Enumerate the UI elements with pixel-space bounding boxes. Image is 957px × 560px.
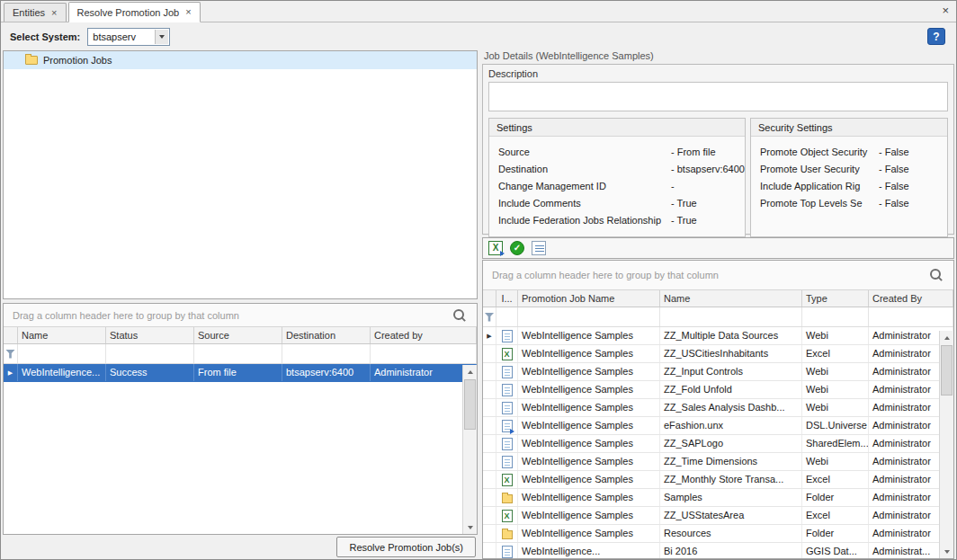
table-row[interactable]: WebIntelligence Samples Samples Folder A… [483,489,953,507]
cell-promotion-job-name[interactable]: WebIntelligence Samples [518,435,660,452]
cell-source[interactable]: From file [194,364,282,381]
tab-close-icon[interactable]: × [51,8,57,18]
cell-name[interactable]: Resources [660,525,802,542]
tab-entities[interactable]: Entities × [4,3,67,22]
header-type[interactable]: Type [802,290,869,307]
vertical-scrollbar[interactable] [939,331,953,558]
cell-name[interactable]: ZZ_USCitiesInhabitants [660,345,802,362]
export-to-excel-icon[interactable] [488,241,503,255]
header-icon[interactable]: I... [496,290,518,307]
table-row[interactable]: WebIntelligence Samples ZZ_Fold Unfold W… [483,381,953,399]
table-row[interactable]: WebIntelligence... Success From file bts… [4,364,477,382]
cell-name[interactable]: ZZ_Monthly Store Transa... [660,471,802,488]
scroll-thumb[interactable] [464,379,476,430]
table-row[interactable]: WebIntelligence Samples ZZ_Multiple Data… [483,327,953,345]
search-icon[interactable] [930,269,943,281]
cell-created-by[interactable]: Administrator [371,364,477,381]
scroll-thumb[interactable] [941,345,953,396]
vertical-scrollbar[interactable] [462,365,477,534]
table-row[interactable]: WebIntelligence Samples Resources Folder… [483,525,953,543]
cell-destination[interactable]: btsapserv:6400 [282,364,371,381]
resolve-promotion-job-button[interactable]: Resolve Promotion Job(s) [336,537,476,557]
cell-type[interactable]: Webi [802,399,869,416]
cell-type[interactable]: Webi [802,363,869,380]
details-list-icon[interactable] [532,241,546,255]
cell-type[interactable]: Folder [802,489,869,506]
header-created-by[interactable]: Created By [869,290,953,307]
cell-promotion-job-name[interactable]: WebIntelligence Samples [518,399,660,416]
filter-source[interactable] [194,344,282,363]
filter-destination[interactable] [282,344,371,363]
header-promotion-job-name[interactable]: Promotion Job Name [518,290,660,307]
cell-promotion-job-name[interactable]: WebIntelligence Samples [518,471,660,488]
cell-name[interactable]: eFashion.unx [660,417,802,434]
cell-type[interactable]: Webi [802,381,869,398]
cell-promotion-job-name[interactable]: WebIntelligence Samples [518,453,660,470]
cell-type[interactable]: Excel [802,345,869,362]
system-select[interactable]: btsapserv [87,28,170,46]
cell-name[interactable]: ZZ_Fold Unfold [660,381,802,398]
table-row[interactable]: WebIntelligence Samples ZZ_Monthly Store… [483,471,953,489]
tab-resolve-promotion-job[interactable]: Resolve Promotion Job × [68,2,201,22]
cell-promotion-job-name[interactable]: WebIntelligence... [518,543,660,559]
cell-status[interactable]: Success [106,364,194,381]
cell-type[interactable]: Folder [802,525,869,542]
table-row[interactable]: WebIntelligence Samples ZZ_Sales Analysi… [483,399,953,417]
cell-type[interactable]: Excel [802,507,869,524]
cell-promotion-job-name[interactable]: WebIntelligence Samples [518,525,660,542]
cell-promotion-job-name[interactable]: WebIntelligence Samples [518,345,660,362]
table-row[interactable]: WebIntelligence Samples ZZ_USCitiesInhab… [483,345,953,363]
cell-promotion-job-name[interactable]: WebIntelligence Samples [518,417,660,434]
cell-type[interactable]: SharedElem... [802,435,869,452]
jobs-grid-group-bar[interactable]: Drag a column header here to group by th… [4,304,477,327]
cell-promotion-job-name[interactable]: WebIntelligence Samples [518,489,660,506]
header-name[interactable]: Name [660,290,802,307]
scroll-up-icon[interactable] [463,365,477,378]
cell-type[interactable]: Webi [802,453,869,470]
filter-created-by[interactable] [371,344,477,363]
filter-promotion-job-name[interactable] [518,307,660,326]
filter-status[interactable] [106,344,194,363]
scroll-down-icon[interactable] [940,545,953,558]
help-button[interactable]: ? [927,28,945,45]
header-source[interactable]: Source [194,327,282,343]
search-icon[interactable] [453,309,466,322]
cell-name[interactable]: ZZ_Multiple Data Sources [660,327,802,344]
cell-type[interactable]: Excel [802,471,869,488]
cell-type[interactable]: GGIS Dat... [802,543,869,559]
table-row[interactable]: WebIntelligence Samples ZZ_USStatesArea … [483,507,953,525]
cell-promotion-job-name[interactable]: WebIntelligence Samples [518,327,660,344]
cell-promotion-job-name[interactable]: WebIntelligence Samples [518,507,660,524]
cell-name[interactable]: ZZ_Sales Analysis Dashb... [660,399,802,416]
header-destination[interactable]: Destination [282,327,371,343]
cell-name[interactable]: ZZ_Input Controls [660,363,802,380]
filter-name[interactable] [18,344,106,363]
cell-name[interactable]: Bi 2016 [660,543,802,559]
cell-type[interactable]: DSL.Universe [802,417,869,434]
filter-funnel-icon[interactable] [485,313,495,322]
table-row[interactable]: WebIntelligence Samples ZZ_Input Control… [483,363,953,381]
header-name[interactable]: Name [18,327,106,343]
window-close-icon[interactable]: × [942,4,949,17]
cell-name[interactable]: WebIntelligence... [18,364,106,381]
validate-check-icon[interactable] [510,241,524,255]
dropdown-button[interactable] [155,30,168,44]
header-created-by[interactable]: Created by [371,327,477,343]
tab-close-icon[interactable]: × [185,7,191,17]
filter-name[interactable] [660,307,802,326]
filter-funnel-icon[interactable] [5,350,15,359]
cell-type[interactable]: Webi [802,327,869,344]
filter-created-by[interactable] [869,307,953,326]
tree-item-promotion-jobs[interactable]: Promotion Jobs [4,51,477,69]
header-status[interactable]: Status [106,327,194,343]
cell-name[interactable]: ZZ_USStatesArea [660,507,802,524]
table-row[interactable]: WebIntelligence Samples eFashion.unx DSL… [483,417,953,435]
table-row[interactable]: WebIntelligence... Bi 2016 GGIS Dat... A… [483,543,953,559]
cell-name[interactable]: ZZ_Time Dimensions [660,453,802,470]
cell-promotion-job-name[interactable]: WebIntelligence Samples [518,381,660,398]
cell-name[interactable]: Samples [660,489,802,506]
table-row[interactable]: WebIntelligence Samples ZZ_SAPLogo Share… [483,435,953,453]
table-row[interactable]: WebIntelligence Samples ZZ_Time Dimensio… [483,453,953,471]
scroll-up-icon[interactable] [940,331,953,344]
objects-grid-group-bar[interactable]: Drag a column header here to group by th… [483,261,953,290]
